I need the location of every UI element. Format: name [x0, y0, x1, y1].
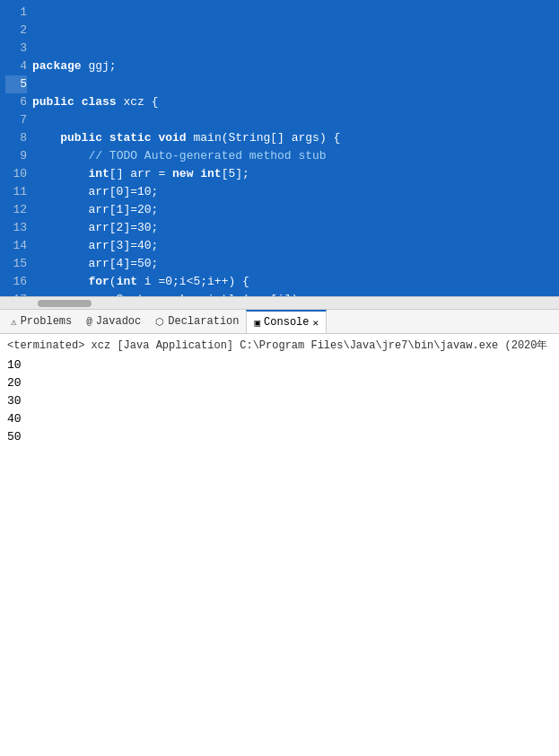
line-numbers: 1234567891011121314151617181920	[0, 4, 32, 296]
console-header: <terminated> xcz [Java Application] C:\P…	[7, 338, 552, 353]
bottom-tabs-bar: ⚠ Problems @ Javadoc ⬡ Declaration ▣ Con…	[0, 309, 559, 334]
code-content: package ggj;public class xcz { public st…	[32, 4, 559, 296]
code-editor[interactable]: 1234567891011121314151617181920 package …	[0, 0, 559, 296]
tab-javadoc[interactable]: @ Javadoc	[79, 310, 148, 333]
problems-icon: ⚠	[11, 316, 17, 328]
scrollbar-thumb[interactable]	[38, 300, 92, 307]
declaration-icon: ⬡	[155, 316, 164, 328]
console-icon: ▣	[254, 317, 260, 329]
tab-problems-label: Problems	[21, 315, 73, 328]
console-output: 1020304050	[7, 356, 552, 446]
tab-declaration[interactable]: ⬡ Declaration	[148, 310, 246, 333]
tab-console-label: Console	[264, 316, 309, 329]
horizontal-scrollbar[interactable]	[0, 296, 559, 309]
tab-console[interactable]: ▣ Console ✕	[246, 310, 327, 333]
console-panel: <terminated> xcz [Java Application] C:\P…	[0, 334, 559, 460]
bottom-spacer	[0, 460, 559, 756]
tab-javadoc-label: Javadoc	[96, 315, 141, 328]
tab-declaration-label: Declaration	[168, 315, 239, 328]
tab-problems[interactable]: ⚠ Problems	[4, 310, 79, 333]
javadoc-icon: @	[86, 316, 92, 327]
console-close-icon[interactable]: ✕	[313, 317, 319, 329]
